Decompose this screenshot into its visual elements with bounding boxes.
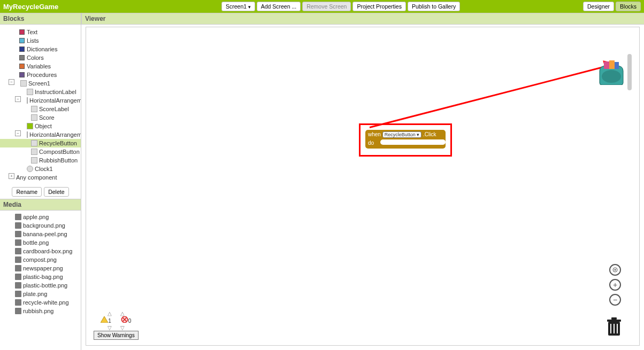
error-count: 0 [121,316,132,324]
media-item[interactable]: newspaper.png [0,264,81,273]
viewer-panel-header: Viewer [81,13,644,25]
svg-rect-7 [607,320,621,322]
add-screen-button[interactable]: Add Screen ... [257,2,301,11]
builtin-lists[interactable]: Lists [0,36,81,45]
image-icon [15,282,21,289]
image-icon [15,299,21,306]
backpack-icon[interactable] [596,60,626,85]
image-icon [15,214,21,220]
svg-rect-1 [609,60,615,69]
media-item[interactable]: plastic-bag.png [0,273,81,281]
zoom-out-button[interactable]: − [609,294,621,306]
component-scorelabel[interactable]: ScoreLabel [0,105,81,113]
nav-down-icon[interactable]: ▽ ▽ [94,325,139,331]
component-ha1[interactable]: HorizontalArrangement1 [0,96,81,105]
do-body[interactable]: do [365,139,446,149]
svg-rect-10 [614,324,615,333]
blocks-tree: Text Lists Dictionaries Colors Variables… [0,25,81,185]
media-item[interactable]: compost.png [0,255,81,264]
component-instructionlabel[interactable]: InstructionLabel [0,88,81,96]
top-toolbar: MyRecycleGame Screen1 Add Screen ... Rem… [0,0,644,13]
builtin-text[interactable]: Text [0,28,81,36]
image-icon [15,239,21,246]
media-item[interactable]: bottle.png [0,238,81,247]
component-buttons: Rename Delete [0,185,81,199]
svg-rect-2 [615,62,619,69]
image-icon [15,265,21,271]
collapse-icon[interactable]: − [9,79,14,85]
media-panel-header: Media [0,199,81,211]
rename-button[interactable]: Rename [12,187,42,197]
builtin-dictionaries[interactable]: Dictionaries [0,45,81,53]
zoom-controls: + − [609,264,621,306]
image-icon [15,291,21,297]
center-button[interactable] [609,264,621,276]
when-block[interactable]: when RecycleButton ▾ .Click [365,130,446,139]
media-item[interactable]: recycle-white.png [0,298,81,307]
warning-count: 1 [101,316,111,324]
builtin-colors[interactable]: Colors [0,53,81,62]
component-recyclebutton[interactable]: RecycleButton [0,139,81,147]
media-item[interactable]: apple.png [0,213,81,221]
project-name: MyRecycleGame [3,3,58,11]
component-compostbutton[interactable]: CompostButton [0,147,81,156]
builtin-variables[interactable]: Variables [0,62,81,71]
designer-tab[interactable]: Designer [583,2,614,11]
blocks-panel-header: Blocks [0,13,81,25]
svg-rect-9 [610,324,611,333]
delete-button[interactable]: Delete [44,187,68,197]
image-icon [15,274,21,280]
image-icon [15,256,21,263]
annotation-highlight: when RecycleButton ▾ .Click do [359,123,452,157]
svg-rect-11 [617,324,618,333]
component-rubbishbutton[interactable]: RubbishButton [0,156,81,165]
block-slot[interactable] [380,139,446,145]
expand-icon[interactable]: + [9,173,14,179]
scrollbar[interactable] [627,54,632,90]
svg-point-5 [615,269,616,271]
component-ha2[interactable]: HorizontalArrangement2 [0,130,81,139]
svg-rect-8 [611,317,617,320]
component-score[interactable]: Score [0,113,81,122]
media-item[interactable]: banana-peel.png [0,230,81,238]
annotation-arrow [370,65,607,128]
publish-button[interactable]: Publish to Gallery [408,2,460,11]
screen-selector[interactable]: Screen1 [221,2,255,11]
image-icon [15,248,21,254]
collapse-icon[interactable]: − [15,96,21,102]
nav-up-icon[interactable]: △ △ [94,310,139,316]
sidebar: Blocks Text Lists Dictionaries Colors Va… [0,13,81,350]
view-toggle: Designer Blocks [583,2,641,11]
show-warnings-button[interactable]: Show Warnings [94,331,139,340]
media-item[interactable]: cardboard-box.png [0,247,81,255]
builtin-procedures[interactable]: Procedures [0,71,81,79]
image-icon [15,308,21,314]
component-object[interactable]: Object [0,122,81,130]
media-item[interactable]: plastic-bottle.png [0,281,81,290]
component-dropdown[interactable]: RecycleButton ▾ [382,131,422,138]
media-list: apple.png background.png banana-peel.png… [0,211,81,317]
trash-icon[interactable] [606,317,622,336]
media-item[interactable]: plate.png [0,290,81,298]
image-icon [15,222,21,229]
warnings-panel: △ △ 1 0 ▽ ▽ Show Warnings [94,310,139,340]
zoom-in-button[interactable]: + [609,279,621,291]
viewer-panel: Viewer when RecycleButton ▾ .Click do [81,13,644,350]
workspace[interactable]: when RecycleButton ▾ .Click do + [86,27,640,346]
media-item[interactable]: background.png [0,221,81,230]
blocks-tab[interactable]: Blocks [616,2,641,11]
collapse-icon[interactable]: − [15,130,21,136]
screen-toolbar: Screen1 Add Screen ... Remove Screen Pro… [221,2,460,11]
component-clock1[interactable]: Clock1 [0,165,81,173]
svg-rect-0 [604,61,609,69]
svg-point-3 [602,70,621,83]
project-properties-button[interactable]: Project Properties [352,2,405,11]
image-icon [15,231,21,237]
remove-screen-button[interactable]: Remove Screen [302,2,351,11]
media-item[interactable]: rubbish.png [0,307,81,315]
